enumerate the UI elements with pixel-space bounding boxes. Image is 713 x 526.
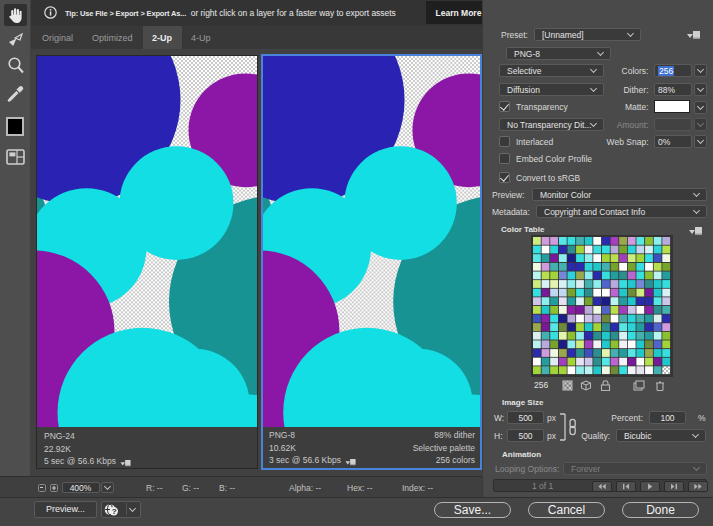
svg-text:?: ? <box>112 507 117 516</box>
